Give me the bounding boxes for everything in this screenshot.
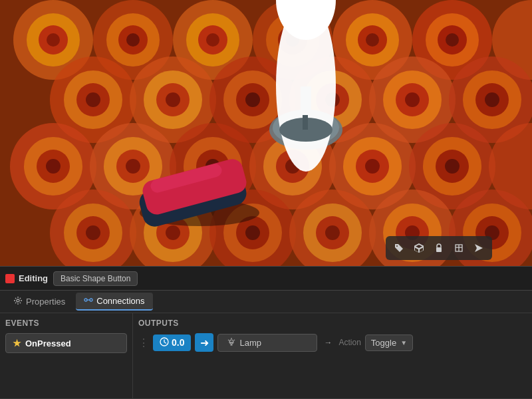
box-icon[interactable] xyxy=(450,239,468,257)
package-icon[interactable] xyxy=(410,239,428,257)
viewport-toolbar xyxy=(386,236,492,260)
svg-point-8 xyxy=(126,33,140,47)
events-title: Events xyxy=(5,319,127,328)
onpressed-label: OnPressed xyxy=(25,338,71,348)
events-panel: Events ★ OnPressed xyxy=(0,313,133,398)
toggle-block[interactable]: Toggle ▼ xyxy=(365,334,413,351)
svg-point-20 xyxy=(366,33,379,47)
svg-point-45 xyxy=(405,92,420,107)
svg-rect-105 xyxy=(303,115,308,130)
svg-point-90 xyxy=(325,225,340,240)
editing-indicator: Editing xyxy=(5,273,48,283)
svg-line-123 xyxy=(228,340,229,340)
time-block[interactable]: 0.0 xyxy=(153,334,191,351)
svg-point-53 xyxy=(46,159,61,174)
outputs-row: ⋮ 0.0 ➜ xyxy=(138,333,527,352)
outputs-panel: Outputs ⋮ 0.0 ➜ xyxy=(133,313,532,398)
svg-point-114 xyxy=(17,299,19,302)
svg-rect-119 xyxy=(230,342,233,344)
lock-icon[interactable] xyxy=(430,239,448,257)
tab-connections[interactable]: Connections xyxy=(76,293,152,311)
basic-shape-button-tab[interactable]: Basic Shape Button xyxy=(53,271,138,286)
3d-viewport[interactable] xyxy=(0,0,532,266)
chevron-down-icon: ▼ xyxy=(400,339,407,346)
tab-properties[interactable]: Properties xyxy=(5,293,73,310)
star-icon: ★ xyxy=(13,338,21,348)
time-value: 0.0 xyxy=(172,337,184,348)
send-icon[interactable] xyxy=(469,239,488,257)
properties-icon xyxy=(13,296,23,307)
svg-point-49 xyxy=(485,92,499,107)
action-label: Action xyxy=(338,338,360,347)
svg-point-37 xyxy=(245,92,260,107)
svg-point-29 xyxy=(86,92,100,107)
svg-point-57 xyxy=(126,159,140,174)
svg-point-73 xyxy=(445,159,460,174)
svg-point-115 xyxy=(84,299,87,301)
editing-tab-bar: Editing Basic Shape Button xyxy=(0,267,532,291)
tag-icon[interactable] xyxy=(390,239,408,257)
svg-point-4 xyxy=(47,33,60,47)
properties-label: Properties xyxy=(26,297,65,307)
clock-icon xyxy=(160,337,169,348)
events-outputs-area: Events ★ OnPressed Outputs ⋮ 0.0 xyxy=(0,313,532,398)
svg-point-116 xyxy=(90,299,92,301)
svg-point-78 xyxy=(86,225,100,240)
svg-point-82 xyxy=(166,225,180,240)
connections-icon xyxy=(84,295,93,307)
svg-point-86 xyxy=(245,225,260,240)
svg-rect-110 xyxy=(436,247,442,252)
svg-point-12 xyxy=(206,33,219,47)
bottom-panel: Editing Basic Shape Button Properties xyxy=(0,266,532,399)
arrow-forward-button[interactable]: ➜ xyxy=(195,333,213,352)
toggle-label: Toggle xyxy=(371,338,396,348)
carpet-background xyxy=(0,0,532,266)
drag-handle[interactable]: ⋮ xyxy=(138,336,149,349)
outputs-title: Outputs xyxy=(138,319,527,328)
lamp-icon xyxy=(227,337,235,348)
editing-label: Editing xyxy=(19,273,48,283)
svg-line-124 xyxy=(234,340,235,340)
lamp-target-block[interactable]: Lamp xyxy=(217,334,317,352)
editing-red-dot xyxy=(5,274,15,283)
action-arrow: → xyxy=(324,338,332,347)
svg-point-33 xyxy=(166,92,180,107)
svg-point-69 xyxy=(365,159,380,174)
onpressed-event[interactable]: ★ OnPressed xyxy=(5,333,127,353)
subtab-bar: Properties Connections xyxy=(0,291,532,313)
connections-label: Connections xyxy=(96,296,144,306)
lamp-label: Lamp xyxy=(239,338,261,348)
svg-point-24 xyxy=(446,33,459,47)
